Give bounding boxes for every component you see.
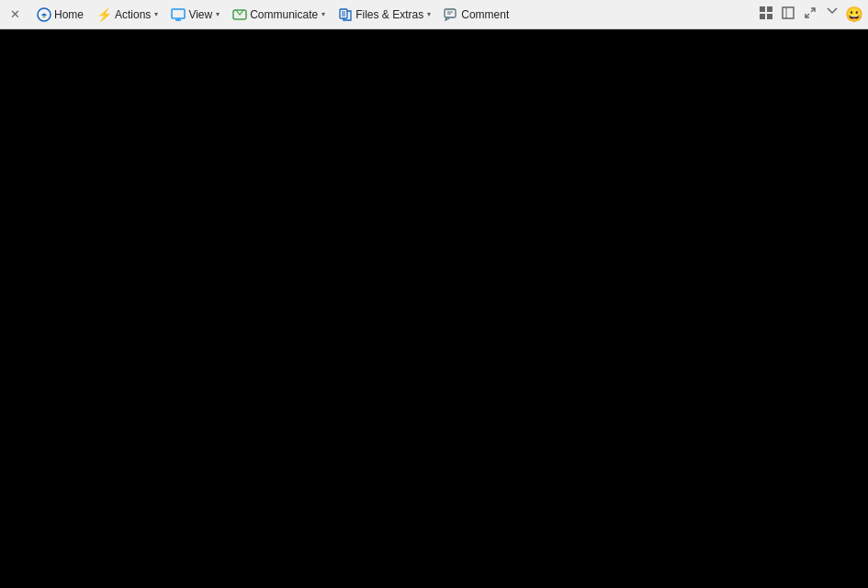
files-icon [338,7,353,22]
close-button[interactable]: ✕ [4,4,26,26]
view-icon [171,7,186,22]
resize-icon [782,6,795,22]
communicate-button[interactable]: Communicate ▾ [227,3,331,27]
view-label: View [188,8,212,21]
svg-rect-13 [767,6,772,12]
collapse-icon [826,6,839,22]
smiley-button[interactable]: 😀 [844,5,864,25]
comment-button[interactable]: Comment [438,3,514,27]
communicate-icon [232,7,247,22]
view-chevron-icon: ▾ [216,10,220,18]
right-toolbar: 😀 [756,5,864,25]
svg-rect-14 [760,14,765,19]
collapse-button[interactable] [822,5,842,25]
resize-button[interactable] [778,5,798,25]
actions-icon: ⚡ [96,7,112,22]
svg-rect-16 [783,7,794,18]
close-icon: ✕ [10,7,20,21]
home-label: Home [54,8,84,21]
actions-button[interactable]: ⚡ Actions ▾ [91,3,163,27]
svg-rect-15 [767,14,772,19]
view-button[interactable]: View ▾ [165,3,225,27]
main-content [0,29,868,588]
comment-label: Comment [461,8,509,21]
svg-rect-12 [760,6,765,12]
home-icon [37,7,51,22]
comment-icon [444,7,458,22]
grid-view-button[interactable] [756,5,776,25]
files-chevron-icon: ▾ [427,10,431,18]
communicate-label: Communicate [250,8,318,21]
files-extras-button[interactable]: Files & Extras ▾ [333,3,436,27]
communicate-chevron-icon: ▾ [321,10,325,18]
actions-label: Actions [115,8,151,21]
actions-chevron-icon: ▾ [154,10,158,18]
home-button[interactable]: Home [31,3,89,27]
svg-rect-1 [172,9,185,18]
expand-button[interactable] [800,5,820,25]
expand-icon [804,6,817,22]
grid-icon [760,6,772,22]
files-extras-label: Files & Extras [355,8,423,21]
toolbar: ✕ Home ⚡ Actions ▾ View ▾ [0,0,868,29]
smiley-icon: 😀 [845,6,863,23]
